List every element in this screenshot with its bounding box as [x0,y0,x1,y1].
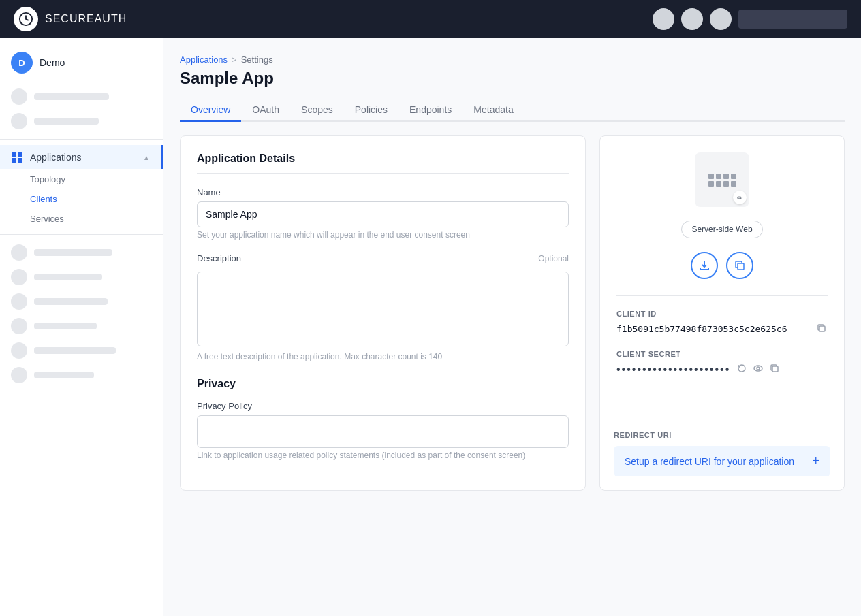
sidebar-skeleton-7 [0,338,163,363]
sidebar-skeleton-1 [0,84,163,109]
tab-metadata[interactable]: Metadata [463,99,524,122]
logo-text: SECUREAUTH [45,13,127,25]
icon-dot [708,181,714,187]
svg-rect-9 [772,366,778,372]
sidebar-item-applications[interactable]: Applications ▲ [0,145,163,169]
grid-icon [11,151,23,163]
left-panel: Application Details Name Set your applic… [180,135,586,491]
skeleton-line [34,347,116,354]
edit-app-icon-button[interactable]: ✏ [733,191,747,204]
nav-avatar-3[interactable] [710,8,732,30]
tab-overview[interactable]: Overview [180,99,241,122]
svg-rect-1 [12,152,16,157]
privacy-policy-input[interactable] [197,415,569,448]
breadcrumb-separator: > [232,54,237,65]
skeleton-line [34,274,102,280]
sidebar-divider-1 [0,139,163,140]
client-secret-section: CLIENT SECRET •••••••••••••••••••••• [616,350,828,376]
nav-avatar-1[interactable] [653,8,674,30]
svg-rect-5 [738,263,744,270]
skeleton-circle [11,367,27,383]
privacy-policy-label: Privacy Policy [197,401,569,411]
tab-policies[interactable]: Policies [344,99,398,122]
tab-scopes[interactable]: Scopes [290,99,344,122]
icon-dot [716,174,721,179]
skeleton-line [34,249,112,256]
logo-icon [14,7,38,31]
sidebar-user: D Demo [0,46,163,84]
add-redirect-uri-icon: + [812,454,819,468]
skeleton-circle [11,342,27,359]
tab-bar: Overview OAuth Scopes Policies Endpoints… [180,99,845,122]
sidebar-skeleton-6 [0,314,163,338]
main-layout: D Demo Applications ▲ [0,38,861,616]
app-icon-container: ✏ [616,152,828,207]
description-hint: A free text description of the applicati… [197,352,569,361]
icon-dot [716,181,721,187]
client-secret-masked: •••••••••••••••••••••• [616,363,730,376]
skeleton-circle [11,293,27,310]
svg-rect-6 [819,326,825,331]
breadcrumb: Applications > Settings [180,54,845,65]
top-navigation: SECUREAUTH [0,0,861,38]
icon-dot [731,181,736,187]
regenerate-secret-button[interactable] [736,362,748,376]
client-secret-label: CLIENT SECRET [616,350,828,358]
description-label: Description [197,253,241,263]
app-icon: ✏ [695,152,749,207]
svg-point-7 [754,366,762,371]
nav-avatar-2[interactable] [681,8,703,30]
sidebar-item-services[interactable]: Services [0,209,163,229]
name-label: Name [197,187,569,197]
redirect-uri-section: REDIRECT URI Setup a redirect URI for yo… [600,417,844,490]
copy-app-button[interactable] [726,252,753,279]
secret-actions [736,362,781,376]
right-panel: ✏ Server-side Web [599,135,845,491]
app-actions [616,252,828,279]
chevron-up-icon: ▲ [143,154,150,161]
nav-search-bar[interactable] [738,10,847,29]
description-optional: Optional [538,254,569,263]
icon-dot [708,174,714,179]
main-content: Applications > Settings Sample App Overv… [163,38,861,616]
panel-divider [616,295,828,296]
sidebar: D Demo Applications ▲ [0,38,163,616]
client-id-section: CLIENT ID f1b5091c5b77498f873053c5c2e625… [616,310,828,336]
client-id-row: f1b5091c5b77498f873053c5c2e625c6 [616,322,828,336]
sidebar-divider-2 [0,234,163,235]
icon-dot [723,181,729,187]
skeleton-line [34,93,109,100]
download-button[interactable] [691,252,718,279]
redirect-uri-setup-button[interactable]: Setup a redirect URI for your applicatio… [614,446,830,476]
copy-client-id-button[interactable] [815,322,828,336]
sidebar-item-topology[interactable]: Topology [0,169,163,189]
name-input[interactable] [197,201,569,227]
tab-endpoints[interactable]: Endpoints [398,99,463,122]
redirect-uri-label: REDIRECT URI [614,431,830,439]
name-form-group: Name Set your application name which wil… [197,187,569,240]
skeleton-line [34,298,108,305]
skeleton-circle [11,113,27,129]
skeleton-circle [11,244,27,261]
privacy-policy-hint: Link to application usage related policy… [197,451,569,460]
copy-secret-button[interactable] [768,362,781,376]
show-secret-button[interactable] [752,362,764,376]
description-form-group: Description Optional A free text descrip… [197,253,569,361]
avatar: D [11,52,33,74]
svg-rect-3 [12,158,16,163]
user-name: Demo [40,57,65,68]
tab-oauth[interactable]: OAuth [241,99,290,122]
sidebar-skeleton-2 [0,109,163,133]
client-id-value: f1b5091c5b77498f873053c5c2e625c6 [616,324,810,334]
client-id-label: CLIENT ID [616,310,828,318]
skeleton-circle [11,269,27,285]
breadcrumb-current: Settings [241,54,273,65]
svg-rect-4 [18,158,22,163]
applications-label: Applications [30,152,136,163]
skeleton-line [34,118,99,125]
description-textarea[interactable] [197,272,569,346]
app-type-badge: Server-side Web [681,221,762,238]
breadcrumb-parent[interactable]: Applications [180,54,228,65]
sidebar-item-clients[interactable]: Clients [0,189,163,209]
sidebar-skeleton-3 [0,240,163,265]
